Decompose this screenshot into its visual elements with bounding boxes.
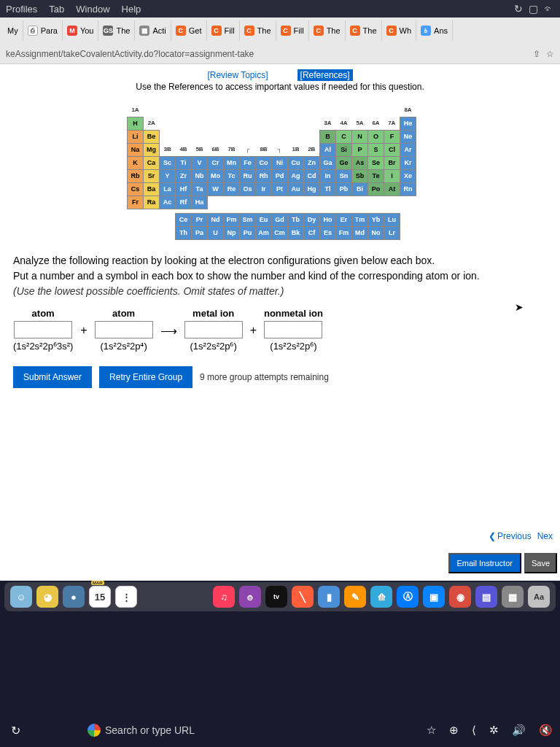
browser-tabbar: My ⎙Para MYou GSThe ▦Acti CGet CFill CTh…	[0, 18, 560, 44]
bartleby-icon: b	[421, 26, 431, 36]
site-icon: GS	[103, 26, 113, 36]
metalion-input[interactable]	[184, 321, 243, 338]
dock-app-icon[interactable]: ▮	[318, 586, 340, 608]
tab[interactable]: CThe	[240, 20, 276, 41]
appletv-icon[interactable]: tv	[265, 586, 287, 608]
config1: (1s²2s²2p⁶3s²)	[13, 341, 73, 352]
retry-group-button[interactable]: Retry Entire Group	[99, 366, 192, 388]
mac-dock: ☺ ◕ ● MAR 15 ⋮ ♫ ⌾ tv ╲ ▮ ✎ ⟰ Ⓐ ▣ ◉ ▤ ▦ …	[4, 582, 556, 611]
podcast-icon[interactable]: ⌾	[239, 586, 261, 608]
dock-app-icon[interactable]: ●	[63, 586, 85, 608]
mute-icon[interactable]: 🔇	[539, 724, 553, 737]
appstore-icon[interactable]: Ⓐ	[397, 586, 419, 608]
equation-row: atom (1s²2s²2p⁶3s²) + atom (1s²2s²2p⁴) ⟶…	[0, 305, 560, 360]
star-icon[interactable]: ☆	[427, 724, 436, 737]
facetime-icon[interactable]: ▣	[423, 586, 445, 608]
volume-icon[interactable]: 🔊	[512, 724, 526, 737]
tab[interactable]: MYou	[63, 20, 99, 41]
chegg-icon: C	[244, 26, 254, 36]
back-icon[interactable]: ⟨	[472, 724, 476, 737]
atom1-input[interactable]	[14, 321, 72, 338]
menu-profiles[interactable]: Profiles	[6, 4, 37, 15]
col-header-atom2: atom	[112, 308, 135, 319]
tab[interactable]: ⎙Para	[23, 20, 63, 41]
col-header-metalion: metal ion	[192, 308, 234, 319]
dock-app-icon[interactable]: ⟰	[370, 586, 392, 608]
chegg-icon: C	[314, 26, 324, 36]
chegg-icon: C	[176, 26, 186, 36]
tab[interactable]: GSThe	[98, 20, 135, 41]
col-header-atom1: atom	[32, 308, 55, 319]
config2: (1s²2s²2p⁴)	[101, 341, 147, 352]
chegg-icon: C	[350, 26, 360, 36]
nonmetalion-input[interactable]	[264, 321, 322, 338]
add-icon[interactable]: ⊕	[449, 724, 459, 737]
google-icon	[88, 724, 101, 737]
url-text: keAssignment/takeCovalentActivity.do?loc…	[6, 49, 254, 59]
search-bar[interactable]: Search or type URL	[88, 724, 248, 737]
question-text: Analyze the following reaction by lookin…	[0, 247, 560, 305]
dock-app-icon[interactable]: ⋮	[115, 586, 137, 608]
config4: (1s²2s²2p⁶)	[270, 341, 316, 352]
periodic-table[interactable]: 1A8A H 2A 3A4A5A6A7A He LiBe BCNOFNe NaM…	[127, 104, 433, 240]
tab[interactable]: CFill	[276, 20, 309, 41]
dock-app-icon[interactable]: ▤	[475, 586, 497, 608]
previous-button[interactable]: ❮Previous	[489, 531, 532, 541]
references-link[interactable]: [References]	[298, 69, 353, 81]
wifi-icon[interactable]: ᯤ	[544, 3, 554, 15]
mac-menubar: Profiles Tab Window Help ↻ ▢ ᯤ	[0, 0, 560, 18]
cursor-icon: ➤	[515, 301, 524, 313]
brightness-icon[interactable]: ✲	[489, 724, 499, 737]
next-button[interactable]: Nex	[537, 531, 553, 541]
tab[interactable]: CThe	[309, 20, 346, 41]
plus-sign: +	[250, 308, 257, 337]
chegg-icon: C	[281, 26, 291, 36]
tab[interactable]: CThe	[346, 20, 382, 41]
menu-window[interactable]: Window	[76, 4, 109, 15]
plus-sign: +	[80, 308, 87, 337]
atom2-input[interactable]	[95, 321, 153, 338]
submit-answer-button[interactable]: Submit Answer	[13, 366, 92, 388]
dock-app-icon[interactable]: Aa	[528, 586, 550, 608]
help-text: Use the References to access important v…	[0, 80, 560, 99]
col-header-nonmetalion: nonmetal ion	[264, 308, 323, 319]
attempts-remaining: 9 more group attempts remaining	[200, 372, 329, 382]
menu-tab[interactable]: Tab	[49, 4, 64, 15]
page-content: [Review Topics] [References] Use the Ref…	[0, 64, 560, 581]
chegg-icon: C	[386, 26, 397, 36]
tab[interactable]: CFill	[207, 20, 240, 41]
page-icon: ⎙	[28, 26, 38, 36]
tab[interactable]: CGet	[171, 20, 207, 41]
review-topics-link[interactable]: [Review Topics]	[207, 70, 268, 80]
tab[interactable]: My	[3, 20, 23, 41]
dock-app-icon[interactable]: ◕	[36, 586, 58, 608]
battery-icon: ▢	[529, 3, 538, 15]
arrow-icon: ⟶	[160, 308, 177, 338]
config3: (1s²2s²2p⁶)	[190, 341, 237, 352]
menu-help[interactable]: Help	[122, 4, 141, 15]
share-icon[interactable]: ⇧	[533, 49, 540, 59]
music-icon[interactable]: ♫	[213, 586, 235, 608]
dock-app-icon[interactable]: ◉	[449, 586, 471, 608]
tab[interactable]: CWh	[382, 20, 417, 41]
tab[interactable]: bAns	[416, 20, 453, 41]
finder-icon[interactable]: ☺	[10, 586, 32, 608]
reload-icon[interactable]: ↻	[7, 722, 23, 738]
dock-app-icon[interactable]: ╲	[292, 586, 314, 608]
url-bar[interactable]: keAssignment/takeCovalentActivity.do?loc…	[0, 44, 560, 64]
calendar-icon[interactable]: MAR 15	[89, 586, 111, 608]
save-button[interactable]: Save	[524, 553, 557, 573]
gmail-icon: M	[67, 26, 77, 36]
dock-app-icon[interactable]: ▦	[502, 586, 524, 608]
bookmark-icon[interactable]: ☆	[546, 49, 554, 59]
bottom-toolbar: ↻ Search or type URL ☆ ⊕ ⟨ ✲ 🔊 🔇	[0, 718, 560, 743]
chegg-icon: C	[211, 26, 222, 36]
email-instructor-button[interactable]: Email Instructor	[448, 553, 521, 573]
sync-icon[interactable]: ↻	[514, 3, 523, 15]
site-icon: ▦	[139, 26, 149, 36]
dock-app-icon[interactable]: ✎	[344, 586, 366, 608]
tab[interactable]: ▦Acti	[135, 20, 171, 41]
